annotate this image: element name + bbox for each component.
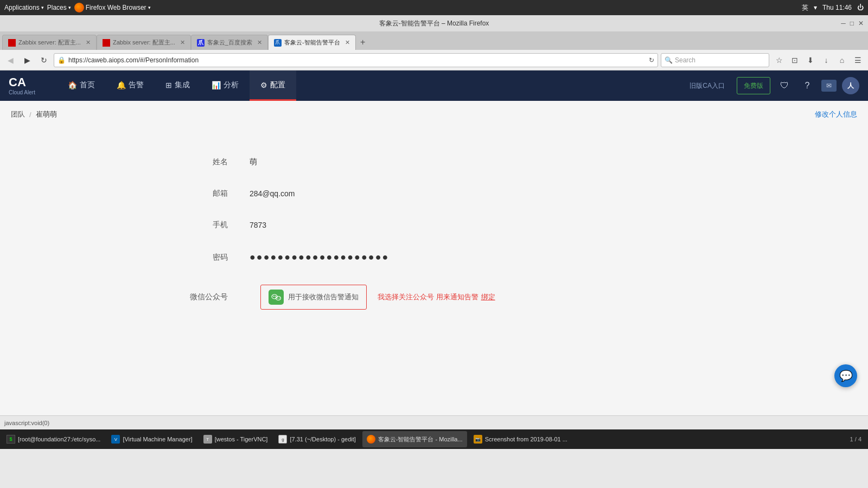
- search-icon: 🔍: [665, 56, 673, 64]
- taskbar-firefox-icon: [367, 435, 375, 444]
- breadcrumb: 团队 / 崔萌萌: [11, 110, 857, 119]
- address-bar[interactable]: 🔒 https://caweb.aiops.com/#/PersonInform…: [54, 53, 658, 67]
- search-bar[interactable]: 🔍 Search: [661, 53, 769, 67]
- breadcrumb-team-link[interactable]: 团队: [11, 110, 25, 119]
- wechat-btn-text: 用于接收微信告警通知: [288, 292, 359, 302]
- svg-point-5: [279, 298, 280, 299]
- vm-icon: V: [111, 435, 120, 444]
- taskbar-vm[interactable]: V [Virtual Machine Manager]: [107, 431, 196, 447]
- wechat-section: 微信公众号 用于接收微信告警通知: [184, 285, 857, 310]
- minimize-button[interactable]: ─: [841, 20, 846, 27]
- wechat-button[interactable]: 用于接收微信告警通知: [260, 285, 367, 310]
- maximize-button[interactable]: □: [850, 20, 854, 27]
- oldca-button[interactable]: 旧版CA入口: [683, 77, 731, 94]
- pocket-icon[interactable]: ⬇: [803, 53, 818, 67]
- zabbix-tab-icon2: [103, 39, 110, 47]
- lock-icon: 🔒: [58, 56, 66, 64]
- email-label: 邮箱: [184, 189, 228, 198]
- phone-label: 手机: [184, 220, 228, 230]
- reload-button[interactable]: ↻: [37, 53, 51, 67]
- app-navbar: CA Cloud Alert 🏠 首页 🔔 告警 ⊞ 集成 📊 分析 ⚙ 配: [0, 70, 868, 101]
- browser-tab-baidu[interactable]: 爪 客象云_百度搜索 ✕: [191, 35, 268, 50]
- email-value: 284@qq.com: [250, 189, 295, 198]
- apps-arrow-icon: ▾: [41, 5, 44, 10]
- status-text: javascript:void(0): [4, 420, 49, 426]
- menu-icon[interactable]: ☰: [851, 53, 865, 67]
- os-topbar-right: 英 ▾ Thu 11:46 ⏻: [802, 3, 864, 12]
- window-controls: ─ □ ✕: [841, 20, 864, 27]
- svg-point-1: [273, 296, 275, 297]
- browser-toolbar: ◀ ▶ ↻ 🔒 https://caweb.aiops.com/#/Person…: [0, 50, 868, 70]
- bookmark-star-icon[interactable]: ☆: [772, 53, 786, 67]
- name-label: 姓名: [184, 157, 228, 167]
- taskbar-firefox[interactable]: 客象云-智能告警平台 - Mozilla...: [362, 431, 467, 447]
- gedit-icon: g: [278, 435, 287, 444]
- tab-close-icon[interactable]: ✕: [86, 39, 91, 46]
- help-icon[interactable]: ?: [799, 77, 816, 94]
- browser-titlebar: 客象云-智能告警平台 – Mozilla Firefox ─ □ ✕: [0, 15, 868, 31]
- main-content: 团队 / 崔萌萌 修改个人信息 姓名 萌 邮箱 284@qq.com 手机 78…: [0, 101, 868, 415]
- tab-close-icon3[interactable]: ✕: [257, 39, 262, 46]
- password-dots: ●●●●●●●●●●●●●●●●●●●●: [250, 252, 389, 263]
- browser-window: 客象云-智能告警平台 – Mozilla Firefox ─ □ ✕ Zabbi…: [0, 15, 868, 429]
- svg-point-4: [277, 298, 278, 299]
- tab-close-icon4[interactable]: ✕: [345, 39, 350, 46]
- forward-button[interactable]: ▶: [20, 53, 34, 67]
- download-icon[interactable]: ↓: [819, 53, 833, 67]
- firefox-icon: [74, 3, 84, 12]
- taskbar-vnc[interactable]: T [westos - TigerVNC]: [199, 431, 272, 447]
- phone-value: 7873: [250, 221, 266, 229]
- browser-tab-zabbix1[interactable]: Zabbix server: 配置主... ✕: [2, 35, 97, 50]
- profile-email-row: 邮箱 284@qq.com: [184, 189, 857, 198]
- nav-links: 🏠 首页 🔔 告警 ⊞ 集成 📊 分析 ⚙ 配置: [57, 70, 683, 101]
- firefox-menu[interactable]: Firefox Web Browser ▾: [74, 3, 151, 12]
- taskbar: $ [root@foundation27:/etc/syso... V [Vir…: [0, 429, 868, 449]
- browser-tab-ca[interactable]: 爪 客象云-智能告警平台 ✕: [268, 35, 356, 50]
- analysis-icon: 📊: [212, 81, 221, 89]
- float-chat-button[interactable]: 💬: [834, 364, 857, 387]
- applications-menu[interactable]: Applications ▾: [4, 4, 44, 11]
- integration-icon: ⊞: [165, 81, 172, 89]
- browser-tabs: Zabbix server: 配置主... ✕ Zabbix server: 配…: [0, 31, 868, 50]
- os-topbar-left: Applications ▾ Places ▾ Firefox Web Brow…: [4, 3, 151, 12]
- wechat-bind-link[interactable]: 绑定: [481, 292, 495, 302]
- nav-alert[interactable]: 🔔 告警: [106, 70, 155, 101]
- places-menu[interactable]: Places ▾: [47, 4, 71, 11]
- nav-analysis[interactable]: 📊 分析: [201, 70, 250, 101]
- close-button[interactable]: ✕: [858, 20, 864, 27]
- home-icon: 🏠: [68, 81, 77, 89]
- avatar[interactable]: 人: [842, 77, 859, 94]
- terminal-icon: $: [7, 435, 15, 444]
- profile-content: 姓名 萌 邮箱 284@qq.com 手机 7873 密码 ●●●●●●●●●●…: [11, 136, 857, 310]
- places-arrow-icon: ▾: [68, 5, 71, 10]
- breadcrumb-separator: /: [29, 111, 31, 119]
- wechat-hint: 我选择关注公众号 用来通知告警 绑定: [378, 292, 495, 302]
- taskbar-gedit[interactable]: g [7.31 (~/Desktop) - gedit]: [274, 431, 360, 447]
- taskbar-terminal[interactable]: $ [root@foundation27:/etc/syso...: [2, 431, 105, 447]
- power-icon[interactable]: ⏻: [857, 4, 864, 11]
- password-label: 密码: [184, 253, 228, 262]
- toolbar-icons: ☆ ⊡ ⬇ ↓ ⌂ ☰: [772, 53, 865, 67]
- reader-icon[interactable]: ⊡: [788, 53, 802, 67]
- config-icon: ⚙: [260, 81, 267, 89]
- home-nav-icon[interactable]: ⌂: [835, 53, 849, 67]
- nav-integration[interactable]: ⊞ 集成: [155, 70, 201, 101]
- zabbix-tab-icon: [8, 39, 16, 47]
- vnc-icon: T: [203, 435, 212, 444]
- messages-icon[interactable]: ✉: [821, 80, 837, 92]
- free-version-button[interactable]: 免费版: [737, 77, 770, 94]
- profile-name-row: 姓名 萌: [184, 157, 857, 167]
- app-logo: CA Cloud Alert: [9, 76, 35, 95]
- wechat-icon: [269, 290, 284, 305]
- tab-close-icon2[interactable]: ✕: [180, 39, 185, 46]
- new-tab-button[interactable]: +: [356, 35, 370, 50]
- shield-icon[interactable]: 🛡: [776, 77, 793, 94]
- nav-right: 旧版CA入口 免费版 🛡 ? ✉ 人: [683, 77, 859, 94]
- nav-config[interactable]: ⚙ 配置: [250, 70, 296, 101]
- taskbar-screenshot[interactable]: 📷 Screenshot from 2019-08-01 ...: [469, 431, 572, 447]
- back-button[interactable]: ◀: [3, 53, 17, 67]
- nav-home[interactable]: 🏠 首页: [57, 70, 106, 101]
- edit-profile-link[interactable]: 修改个人信息: [815, 110, 857, 119]
- browser-tab-zabbix2[interactable]: Zabbix server: 配置主... ✕: [97, 35, 191, 50]
- firefox-arrow-icon: ▾: [148, 5, 151, 10]
